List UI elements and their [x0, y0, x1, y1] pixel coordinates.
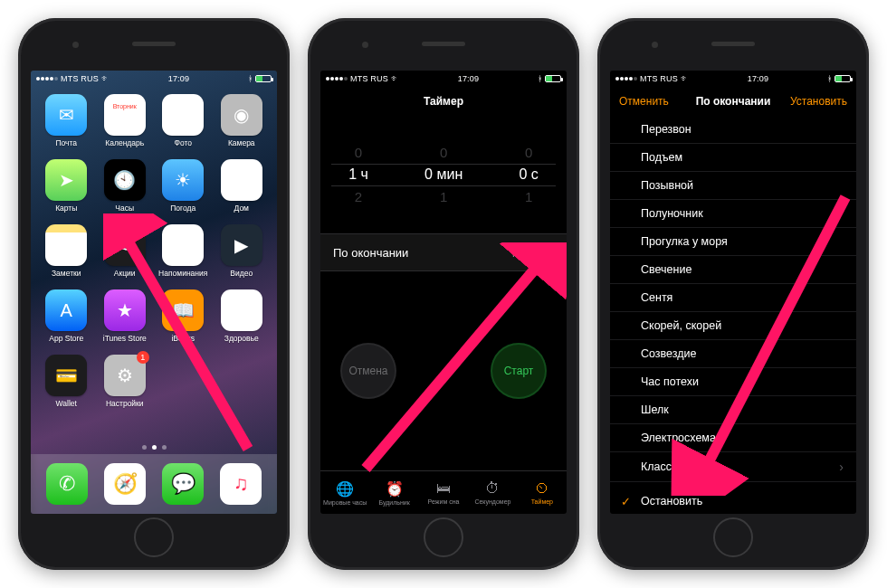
dock-msg[interactable]: 💬 [162, 463, 204, 505]
tab-2[interactable]: 🛏Режим сна [419, 471, 468, 514]
home-button[interactable] [134, 517, 174, 557]
when-timer-ends-row[interactable]: По окончании Радар › [320, 233, 567, 271]
tab-icon: ⏰ [386, 480, 404, 498]
app-video[interactable]: ▶Видео [215, 224, 268, 286]
settings-icon: ⚙1 [104, 355, 146, 396]
app-label: Видео [230, 269, 253, 278]
app-label: iTunes Store [103, 334, 147, 343]
app-clock[interactable]: 🕙Часы [99, 159, 151, 221]
ringtone-item[interactable]: Позывной [610, 172, 856, 200]
ringtone-item[interactable]: Электросхема [610, 424, 856, 452]
app-label: Карты [55, 204, 77, 213]
ringtone-list[interactable]: ПерезвонПодъемПозывнойПолуночникПрогулка… [610, 116, 856, 514]
ringtone-stop-playing[interactable]: ✓Остановить [610, 482, 856, 514]
ringtone-label: Перезвон [641, 123, 691, 136]
home-button[interactable] [713, 517, 753, 557]
ringtone-label: Созвездие [641, 347, 696, 360]
app-label: iBooks [171, 334, 195, 343]
picker-s-prev: 0 [525, 145, 532, 160]
app-wallet[interactable]: 💳Wallet [40, 355, 92, 416]
app-ibooks[interactable]: 📖iBooks [157, 289, 209, 351]
tab-label: Режим сна [428, 498, 460, 505]
tab-icon: 🛏 [436, 480, 451, 497]
clock-label: 17:09 [748, 74, 769, 83]
tab-bar: 🌐Мировые часы⏰Будильник🛏Режим сна⏱Секунд… [320, 470, 567, 514]
home-button[interactable] [424, 517, 463, 557]
tab-0[interactable]: 🌐Мировые часы [320, 471, 369, 514]
cancel-button[interactable]: Отменить [610, 87, 678, 116]
signal-icon [326, 77, 348, 81]
status-bar: MTS RUS ᯤ 17:09 ᚼ [610, 71, 856, 87]
picker-h-next: 2 [355, 189, 362, 204]
signal-icon [615, 77, 637, 81]
battery-icon [545, 75, 561, 82]
dock: ✆🧭💬♫ [31, 454, 277, 514]
time-picker[interactable]: 0 1 ч 2 0 0 мин 1 0 0 с 1 [320, 116, 567, 233]
ringtone-item[interactable]: Сентя [610, 284, 856, 312]
earpiece [422, 42, 465, 46]
cancel-button[interactable]: Отмена [340, 343, 396, 399]
tab-icon: 🌐 [336, 480, 354, 498]
carrier-label: MTS RUS [350, 74, 388, 83]
when-ends-label: По окончании [333, 246, 408, 260]
health-icon: ♥ [221, 289, 262, 331]
weather-icon: ☀ [162, 159, 204, 201]
tab-1[interactable]: ⏰Будильник [369, 471, 418, 514]
app-settings[interactable]: ⚙1Настройки [99, 355, 151, 416]
dock-safari[interactable]: 🧭 [104, 463, 146, 505]
app-mail[interactable]: ✉Почта [40, 94, 92, 156]
app-label: Настройки [106, 399, 144, 408]
dock-phoneic[interactable]: ✆ [46, 463, 88, 505]
tab-3[interactable]: ⏱Секундомер [468, 471, 517, 514]
notes-icon [45, 224, 87, 266]
ringtone-item[interactable]: Прогулка у моря [610, 228, 856, 256]
check-icon: ✓ [621, 495, 631, 508]
ringtone-classic[interactable]: Классические› [610, 452, 856, 482]
app-notes[interactable]: Заметки [40, 224, 92, 286]
signal-icon [36, 77, 58, 81]
ringtone-item[interactable]: Подъем [610, 144, 856, 172]
clock-label: 17:09 [168, 74, 190, 83]
ibooks-icon: 📖 [162, 289, 204, 331]
earpiece [711, 42, 755, 46]
earpiece [132, 42, 176, 46]
app-reminders[interactable]: ≡Напоминания [157, 224, 209, 286]
tab-label: Таймер [531, 498, 553, 505]
app-itunes[interactable]: ★iTunes Store [99, 289, 151, 351]
app-label: Фото [174, 138, 192, 147]
ringtone-label: Подъем [641, 151, 682, 164]
ringtone-item[interactable]: Скорей, скорей [610, 312, 856, 340]
app-appstore[interactable]: AApp Store [40, 289, 92, 351]
start-button[interactable]: Старт [491, 343, 547, 399]
app-photos[interactable]: ✿Фото [157, 94, 209, 156]
app-weather[interactable]: ☀Погода [157, 159, 209, 221]
ringtone-item[interactable]: Созвездие [610, 340, 856, 368]
ringtone-item[interactable]: Перезвон [610, 116, 856, 144]
app-homekit[interactable]: ⌂Дом [215, 159, 268, 221]
ringtone-label: Позывной [641, 179, 693, 192]
carrier-label: MTS RUS [640, 74, 678, 83]
nav-bar: Отменить По окончании Установить [610, 87, 856, 116]
dock-music[interactable]: ♫ [220, 463, 262, 505]
ringtone-label: Скорей, скорей [641, 319, 721, 332]
bluetooth-icon: ᚼ [538, 74, 542, 83]
set-button[interactable]: Установить [781, 87, 856, 116]
app-stocks[interactable]: ≋Акции [99, 224, 151, 286]
app-cal[interactable]: Вторник 10Календарь [99, 94, 151, 156]
page-dots[interactable] [31, 438, 277, 454]
app-health[interactable]: ♥Здоровье [215, 289, 268, 351]
app-maps[interactable]: ➤Карты [40, 159, 92, 221]
ringtone-item[interactable]: Час потехи [610, 368, 856, 396]
ringtone-item[interactable]: Свечение [610, 256, 856, 284]
ringtone-item[interactable]: Шелк [610, 396, 856, 424]
ringtone-label: Шелк [641, 403, 669, 416]
status-bar: MTS RUS ᯤ 17:09 ᚼ [31, 71, 277, 87]
tab-4[interactable]: ⏲Таймер [518, 471, 567, 514]
front-camera [362, 42, 368, 48]
ringtone-item[interactable]: Полуночник [610, 200, 856, 228]
app-grid: ✉Почта Вторник 10Календарь✿Фото◉Камера➤К… [31, 87, 277, 438]
app-camera[interactable]: ◉Камера [215, 94, 268, 156]
battery-icon [255, 75, 272, 82]
ringtone-screen: MTS RUS ᯤ 17:09 ᚼ Отменить По окончании … [610, 71, 856, 514]
chevron-right-icon: › [839, 460, 844, 474]
